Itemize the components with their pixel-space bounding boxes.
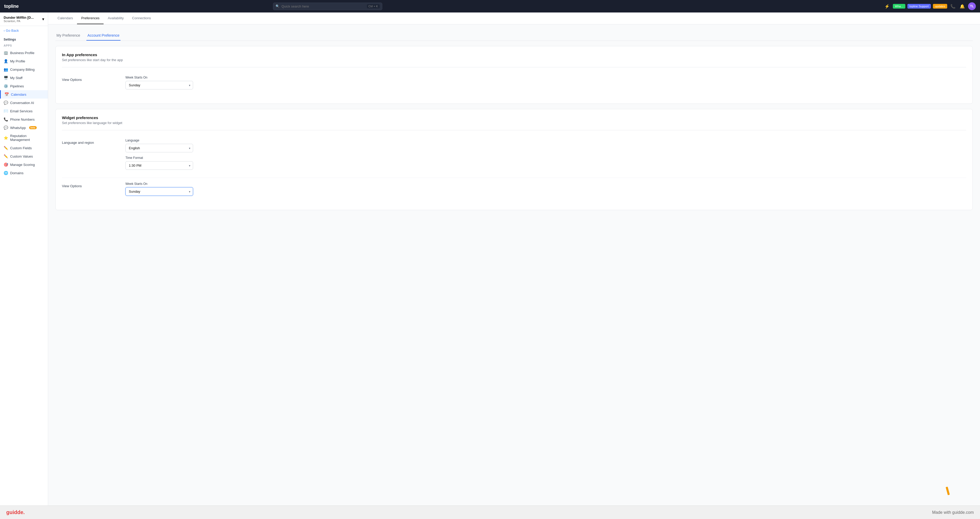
sidebar-item-my-staff[interactable]: 🖥️ My Staff — [0, 74, 48, 82]
language-select[interactable]: English Spanish French German — [126, 144, 193, 152]
view-options-fields-1: Week Starts On Sunday Monday Saturday ▾ — [126, 76, 966, 93]
pipelines-icon: ⚙️ — [4, 84, 8, 88]
search-input[interactable] — [273, 3, 382, 10]
go-back-link[interactable]: ‹ Go Back — [0, 26, 48, 35]
week-starts-on-select-2[interactable]: Sunday Monday Saturday — [126, 187, 193, 196]
sidebar-item-email-services[interactable]: ✉️ Email Services — [0, 107, 48, 115]
sidebar-item-my-profile[interactable]: 👤 My Profile — [0, 57, 48, 65]
email-services-icon: ✉️ — [4, 109, 8, 113]
search-container: 🔍 Ctrl + K — [273, 3, 382, 10]
week-starts-on-select-1[interactable]: Sunday Monday Saturday — [126, 81, 193, 89]
reputation-icon: ⭐ — [4, 136, 8, 140]
support-badge[interactable]: topline Support — [907, 4, 931, 9]
language-label: Language — [126, 139, 966, 142]
domains-icon: 🌐 — [4, 171, 8, 175]
search-shortcut: Ctrl + K — [367, 4, 380, 8]
language-wrapper: English Spanish French German ▾ — [126, 144, 193, 152]
account-location: Scranton, PA — [4, 19, 34, 22]
account-switcher[interactable]: Dunder Mifflin [D... Scranton, PA ▾ — [0, 13, 48, 26]
sidebar-item-label: WhatsApp — [10, 126, 26, 130]
app-logo: topline — [4, 4, 19, 9]
widget-preferences-section: Widget preferences Set preferences like … — [56, 109, 973, 210]
sidebar-item-reputation-management[interactable]: ⭐ Reputation Management — [0, 132, 48, 144]
sidebar-item-label: Calendars — [11, 92, 26, 97]
whatsapp-badge[interactable]: Wha... — [893, 4, 905, 9]
guidde-tagline: Made with guidde.com — [932, 510, 974, 515]
phone-numbers-icon: 📞 — [4, 117, 8, 121]
bell-icon-button[interactable]: 🔔 — [959, 3, 966, 10]
lightning-icon[interactable]: ⚡ — [883, 3, 891, 10]
sidebar-item-whatsapp[interactable]: 💬 WhatsApp beta — [0, 124, 48, 132]
sidebar-item-label: Email Services — [10, 109, 33, 113]
sidebar-item-domains[interactable]: 🌐 Domains — [0, 169, 48, 177]
week-starts-on-wrapper-2: Sunday Monday Saturday ▾ — [126, 187, 193, 196]
content-area: My Preference Account Preference In App … — [48, 24, 980, 505]
sidebar-item-label: Business Profile — [10, 51, 34, 55]
updates-badge[interactable]: updates — [933, 4, 947, 9]
account-name: Dunder Mifflin [D... — [4, 16, 34, 19]
guidde-logo: guidde. — [6, 509, 25, 515]
tab-preferences[interactable]: Preferences — [77, 13, 103, 24]
sidebar-item-label: Domains — [10, 171, 24, 175]
week-starts-on-label-1: Week Starts On — [126, 76, 966, 79]
sidebar-item-phone-numbers[interactable]: 📞 Phone Numbers — [0, 115, 48, 124]
business-profile-icon: 🏢 — [4, 51, 8, 55]
search-icon: 🔍 — [275, 5, 280, 8]
avatar[interactable]: TL — [968, 2, 976, 10]
sidebar-item-label: My Staff — [10, 76, 22, 80]
widget-section-title: Widget preferences — [62, 116, 966, 120]
sidebar-item-company-billing[interactable]: 👥 Company Billing — [0, 65, 48, 74]
sidebar-item-label: Phone Numbers — [10, 117, 35, 121]
widget-section-divider — [62, 130, 966, 130]
my-profile-icon: 👤 — [4, 59, 8, 63]
view-options-label-2: View Options — [62, 182, 119, 188]
language-region-fields: Language English Spanish French German ▾… — [126, 139, 966, 173]
sidebar-item-custom-fields[interactable]: ✏️ Custom Fields — [0, 144, 48, 152]
tab-availability[interactable]: Availability — [103, 13, 128, 24]
view-options-fields-2: Week Starts On Sunday Monday Saturday ▾ — [126, 182, 966, 200]
top-navigation: topline 🔍 Ctrl + K ⚡ Wha... topline Supp… — [0, 0, 980, 13]
time-format-wrapper: 1:30 PM 13:30 ▾ — [126, 161, 193, 170]
sidebar-item-pipelines[interactable]: ⚙️ Pipelines — [0, 82, 48, 90]
tabs-bar: Calendars Preferences Availability Conne… — [48, 13, 980, 24]
sidebar-item-label: Company Billing — [10, 68, 35, 71]
widget-section-subtitle: Set preferences like language for widget — [62, 121, 966, 125]
week-starts-on-wrapper-1: Sunday Monday Saturday ▾ — [126, 81, 193, 89]
phone-icon-button[interactable]: 📞 — [949, 3, 956, 10]
sidebar-item-manage-scoring[interactable]: 🎯 Manage Scoring — [0, 160, 48, 169]
sidebar: Dunder Mifflin [D... Scranton, PA ▾ ‹ Go… — [0, 13, 48, 505]
tab-calendars[interactable]: Calendars — [53, 13, 77, 24]
view-options-row-1: View Options Week Starts On Sunday Monda… — [62, 71, 966, 97]
in-app-preferences-section: In App preferences Set preferences like … — [56, 46, 973, 104]
conversation-ai-icon: 💬 — [4, 101, 8, 105]
whatsapp-beta-badge: beta — [29, 126, 37, 129]
language-region-label: Language and region — [62, 139, 119, 144]
sidebar-item-label: Custom Values — [10, 154, 33, 158]
guidde-footer: guidde. Made with guidde.com — [0, 505, 980, 519]
settings-section-title: Settings — [0, 35, 48, 42]
sidebar-item-conversation-ai[interactable]: 💬 Conversation AI — [0, 98, 48, 107]
sidebar-item-label: Manage Scoring — [10, 163, 35, 167]
language-region-row: Language and region Language English Spa… — [62, 135, 966, 178]
sub-tabs: My Preference Account Preference — [56, 31, 973, 41]
tab-connections[interactable]: Connections — [128, 13, 155, 24]
company-billing-icon: 👥 — [4, 67, 8, 71]
sidebar-item-label: Custom Fields — [10, 146, 32, 150]
manage-scoring-icon: 🎯 — [4, 162, 8, 167]
in-app-section-subtitle: Set preferences like start day for the a… — [62, 58, 966, 62]
view-options-label-1: View Options — [62, 76, 119, 82]
time-format-select[interactable]: 1:30 PM 13:30 — [126, 161, 193, 170]
sub-tab-account-preference[interactable]: Account Preference — [86, 31, 121, 41]
section-divider — [62, 67, 966, 67]
my-staff-icon: 🖥️ — [4, 76, 8, 80]
sidebar-item-label: Conversation AI — [10, 101, 34, 105]
sidebar-item-label: My Profile — [10, 59, 25, 63]
sub-tab-my-preference[interactable]: My Preference — [56, 31, 81, 41]
sidebar-item-label: Pipelines — [10, 84, 24, 88]
sidebar-item-business-profile[interactable]: 🏢 Business Profile — [0, 49, 48, 57]
calendars-icon: 📅 — [5, 92, 9, 97]
chevron-down-icon: ▾ — [42, 17, 44, 22]
sidebar-item-custom-values[interactable]: ✏️ Custom Values — [0, 152, 48, 160]
in-app-section-title: In App preferences — [62, 52, 966, 57]
sidebar-item-calendars[interactable]: 📅 Calendars — [0, 90, 48, 98]
